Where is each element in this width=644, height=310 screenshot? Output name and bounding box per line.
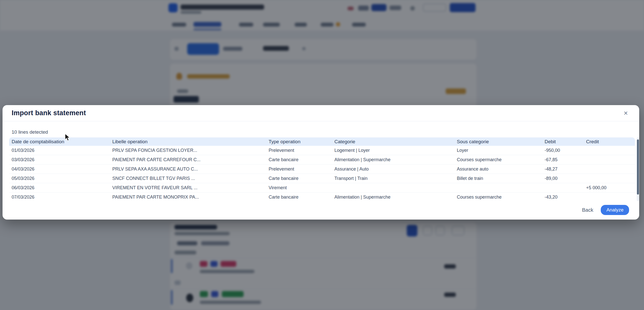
cell-date: 06/03/2026: [9, 185, 110, 190]
table-scrollbar-thumb[interactable]: [637, 139, 639, 195]
table-row: 07/03/2026 PAIEMENT PAR CARTE MONOPRIX P…: [9, 193, 635, 201]
cell-libelle: VIREMENT EN VOTRE FAVEUR SARL ...: [110, 185, 266, 190]
table-row: 06/03/2026 VIREMENT EN VOTRE FAVEUR SARL…: [9, 183, 635, 193]
cell-sous-categorie: Courses supermarche: [454, 195, 542, 200]
cell-libelle: SNCF CONNECT BILLET TGV PARIS ...: [110, 176, 266, 181]
cell-debit: -89,00: [542, 176, 584, 181]
import-bank-statement-modal: Import bank statement × 10 lines detecte…: [3, 105, 639, 220]
col-header-libelle: Libelle operation: [110, 139, 266, 145]
screen: Import bank statement × 10 lines detecte…: [0, 0, 644, 310]
col-header-type: Type operation: [266, 139, 332, 145]
cell-sous-categorie: Billet de train: [454, 176, 542, 181]
cell-categorie: Alimentation | Supermarche: [332, 195, 454, 200]
cell-sous-categorie: Courses supermarche: [454, 157, 542, 162]
cell-categorie: Alimentation | Supermarche: [332, 157, 454, 162]
mouse-cursor: [65, 133, 71, 141]
modal-footer: Back Analyze: [582, 205, 629, 215]
table-header-row: Date de comptabilisation Libelle operati…: [9, 137, 635, 146]
cell-date: 01/03/2026: [9, 148, 110, 153]
modal-header: Import bank statement ×: [3, 105, 639, 121]
cell-debit: -48,27: [542, 166, 584, 172]
table-row: 04/03/2026 PRLV SEPA AXA ASSURANCE AUTO …: [9, 164, 635, 174]
table-row: 03/03/2026 PAIEMENT PAR CARTE CARREFOUR …: [9, 155, 635, 164]
cell-type: Carte bancaire: [266, 195, 332, 200]
table-scrollbar[interactable]: [637, 137, 639, 201]
cell-date: 07/03/2026: [9, 195, 110, 200]
cell-date: 03/03/2026: [9, 157, 110, 162]
cell-categorie: Assurance | Auto: [332, 166, 454, 172]
col-header-credit: Credit: [584, 139, 635, 145]
lines-detected-text: 10 lines detected: [12, 129, 48, 135]
cell-date: 04/03/2026: [9, 166, 110, 172]
cell-libelle: PRLV SEPA AXA ASSURANCE AUTO C...: [110, 166, 266, 172]
cell-debit: -67,85: [542, 157, 584, 162]
cell-sous-categorie: Assurance auto: [454, 166, 542, 172]
col-header-debit: Debit: [542, 139, 584, 145]
cell-libelle: PAIEMENT PAR CARTE MONOPRIX PA...: [110, 195, 266, 200]
cell-type: Carte bancaire: [266, 157, 332, 162]
cell-categorie: Transport | Train: [332, 176, 454, 181]
cell-credit: +5 000,00: [584, 185, 635, 190]
cell-libelle: PRLV SEPA FONCIA GESTION LOYER...: [110, 148, 266, 153]
cell-type: Virement: [266, 185, 332, 190]
col-header-categorie: Categorie: [332, 139, 454, 145]
col-header-date: Date de comptabilisation: [9, 139, 110, 145]
cell-type: Carte bancaire: [266, 176, 332, 181]
analyze-button[interactable]: Analyze: [601, 205, 629, 215]
cell-libelle: PAIEMENT PAR CARTE CARREFOUR C...: [110, 157, 266, 162]
back-button[interactable]: Back: [582, 207, 593, 213]
modal-title: Import bank statement: [12, 109, 86, 117]
statement-table: Date de comptabilisation Libelle operati…: [9, 137, 635, 201]
cell-categorie: Logement | Loyer: [332, 148, 454, 153]
cell-date: 05/03/2026: [9, 176, 110, 181]
cell-sous-categorie: Loyer: [454, 148, 542, 153]
cell-debit: -43,20: [542, 195, 584, 200]
cell-type: Prelevement: [266, 148, 332, 153]
col-header-sous-categorie: Sous categorie: [454, 139, 542, 145]
cell-type: Prelevement: [266, 166, 332, 172]
cell-debit: -950,00: [542, 148, 584, 153]
table-row: 01/03/2026 PRLV SEPA FONCIA GESTION LOYE…: [9, 146, 635, 155]
close-icon[interactable]: ×: [621, 109, 630, 117]
table-row: 05/03/2026 SNCF CONNECT BILLET TGV PARIS…: [9, 174, 635, 183]
